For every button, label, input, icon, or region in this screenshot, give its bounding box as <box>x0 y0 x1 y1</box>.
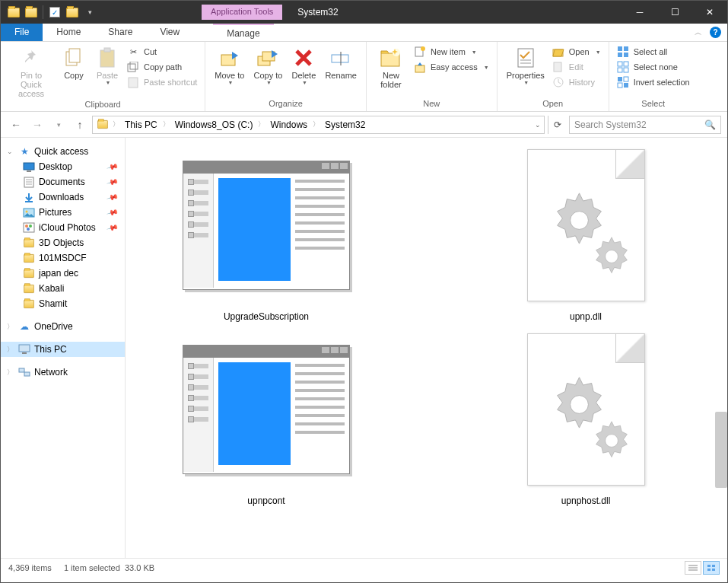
pin-icon: 📌 <box>106 175 121 189</box>
qat-folder-1[interactable] <box>5 4 22 21</box>
history-button[interactable]: History <box>549 75 604 89</box>
minimize-button[interactable]: ─ <box>622 1 657 24</box>
easy-access-button[interactable]: Easy access▼ <box>411 60 492 74</box>
copy-path-button[interactable]: Copy path <box>124 60 200 74</box>
cut-icon: ✂ <box>127 46 139 58</box>
rename-button[interactable]: Rename <box>320 43 361 81</box>
copy-button[interactable]: Copy <box>57 43 91 81</box>
svg-rect-24 <box>624 46 628 51</box>
file-item[interactable]: UpgradeSubscription <box>141 145 392 322</box>
details-view-button[interactable] <box>685 561 701 575</box>
tree-item-kabali[interactable]: Kabali <box>1 281 125 296</box>
group-organize-label: Organize <box>210 99 361 110</box>
qat-folder-2[interactable] <box>23 4 40 21</box>
group-open-label: Open <box>502 99 604 110</box>
tree-item-downloads[interactable]: Downloads📌 <box>1 190 125 205</box>
tree-item-desktop[interactable]: Desktop📌 <box>1 159 125 174</box>
move-to-icon <box>218 45 241 71</box>
chevron-down-icon[interactable]: ⌄ <box>5 148 14 155</box>
tree-quick-access[interactable]: ⌄★Quick access <box>1 144 125 159</box>
properties-button[interactable]: Properties▼ <box>502 43 549 87</box>
search-icon: 🔍 <box>704 119 716 130</box>
file-view[interactable]: UpgradeSubscriptionupnp.dllupnpcontupnph… <box>126 138 727 558</box>
delete-button[interactable]: Delete▼ <box>287 43 320 87</box>
refresh-button[interactable]: ⟳ <box>548 116 566 134</box>
tree-item-101msdcf[interactable]: 101MSDCF <box>1 250 125 266</box>
tree-item-pictures[interactable]: Pictures📌 <box>1 205 125 220</box>
back-button[interactable]: ← <box>7 116 25 134</box>
tree-item-japan-dec[interactable]: japan dec <box>1 266 125 281</box>
tree-this-pc[interactable]: 〉This PC <box>1 342 125 357</box>
tree-item-3d-objects[interactable]: 3D Objects <box>1 235 125 250</box>
chevron-right-icon[interactable]: 〉 <box>256 119 266 129</box>
qat-customize[interactable]: ▾ <box>81 4 98 21</box>
recent-locations-button[interactable]: ▾ <box>49 116 68 134</box>
file-name-label: UpgradeSubscription <box>224 311 309 322</box>
address-dropdown-icon[interactable]: ⌄ <box>535 121 541 129</box>
vertical-scrollbar[interactable] <box>715 412 727 488</box>
open-icon <box>552 46 564 58</box>
up-button[interactable]: ↑ <box>71 116 89 134</box>
forward-button[interactable]: → <box>28 116 46 134</box>
open-button[interactable]: Open▼ <box>549 45 604 59</box>
tree-onedrive[interactable]: 〉☁OneDrive <box>1 319 125 334</box>
svg-rect-6 <box>129 78 138 88</box>
crumb-this-pc[interactable]: This PC <box>122 119 160 130</box>
collapse-ribbon-icon[interactable]: ︿ <box>695 27 702 38</box>
file-name-label: upnpcont <box>247 495 285 506</box>
svg-rect-4 <box>128 64 135 72</box>
tree-item-icon <box>22 282 36 295</box>
help-icon[interactable]: ? <box>710 27 721 38</box>
large-icons-view-button[interactable] <box>703 561 720 575</box>
tab-home[interactable]: Home <box>43 24 94 41</box>
chevron-right-icon[interactable]: 〉 <box>5 368 14 378</box>
search-placeholder: Search System32 <box>574 119 647 130</box>
new-folder-button[interactable]: New folder <box>371 43 411 91</box>
file-item[interactable]: upnpcont <box>141 330 392 506</box>
paste-button[interactable]: Paste▼ <box>91 43 124 87</box>
qat-folder-3[interactable] <box>64 4 81 21</box>
tab-view[interactable]: View <box>146 24 193 41</box>
edit-button[interactable]: Edit <box>549 60 604 74</box>
crumb-system32[interactable]: System32 <box>323 119 367 130</box>
svg-rect-19 <box>520 62 531 64</box>
crumb-drive[interactable]: Windows8_OS (C:) <box>173 119 256 130</box>
chevron-right-icon[interactable]: 〉 <box>161 119 171 129</box>
tab-file[interactable]: File <box>1 24 43 41</box>
maximize-button[interactable]: ☐ <box>657 1 692 24</box>
tree-item-shamit[interactable]: Shamit <box>1 296 125 311</box>
copy-to-button[interactable]: Copy to▼ <box>249 43 287 87</box>
tree-item-icon <box>22 161 36 173</box>
tree-item-documents[interactable]: Documents📌 <box>1 174 125 190</box>
tree-item-label: 101MSDCF <box>39 253 87 263</box>
tab-share[interactable]: Share <box>94 24 146 41</box>
select-none-button[interactable]: Select none <box>614 60 693 74</box>
select-all-button[interactable]: Select all <box>614 45 693 59</box>
chevron-right-icon[interactable]: 〉 <box>5 322 14 332</box>
move-to-button[interactable]: Move to▼ <box>210 43 249 87</box>
svg-point-45 <box>25 225 28 228</box>
chevron-right-icon[interactable]: 〉 <box>111 119 121 129</box>
chevron-right-icon[interactable]: 〉 <box>311 119 321 129</box>
crumb-windows[interactable]: Windows <box>268 119 310 130</box>
chevron-right-icon[interactable]: 〉 <box>5 345 14 355</box>
paste-shortcut-button[interactable]: Paste shortcut <box>124 75 200 89</box>
tab-manage[interactable]: Manage <box>213 24 273 41</box>
invert-selection-button[interactable]: Invert selection <box>614 75 693 89</box>
navigation-tree[interactable]: ⌄★Quick access Desktop📌Documents📌Downloa… <box>1 138 126 558</box>
close-button[interactable]: ✕ <box>692 1 727 24</box>
file-item[interactable]: upnphost.dll <box>460 330 711 506</box>
svg-rect-31 <box>618 77 622 81</box>
tree-item-icloud-photos[interactable]: iCloud Photos📌 <box>1 220 125 235</box>
search-box[interactable]: Search System32 🔍 <box>569 116 721 134</box>
tree-network[interactable]: 〉Network <box>1 365 125 380</box>
pin-to-quick-access-button[interactable]: Pin to Quick access <box>5 43 57 100</box>
new-item-button[interactable]: New item▼ <box>411 45 492 59</box>
file-item[interactable]: upnp.dll <box>460 145 711 322</box>
pin-icon: 📌 <box>106 221 121 234</box>
file-thumbnail <box>502 330 669 489</box>
select-none-icon <box>617 61 629 73</box>
cut-button[interactable]: ✂Cut <box>124 45 200 59</box>
address-bar[interactable]: 〉 This PC〉 Windows8_OS (C:)〉 Windows〉 Sy… <box>92 116 545 134</box>
qat-properties-check[interactable]: ✓ <box>46 4 63 21</box>
